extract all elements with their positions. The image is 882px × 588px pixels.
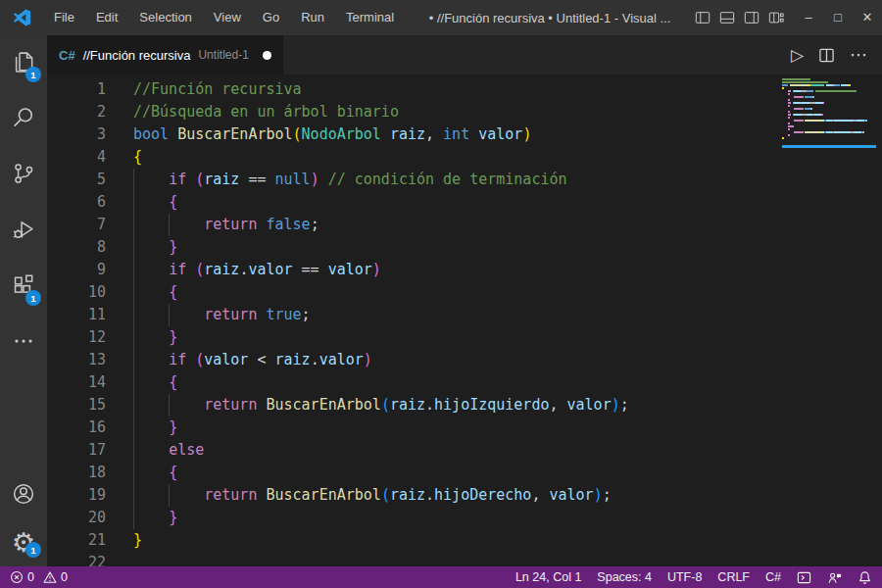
code-line[interactable]: 4{: [47, 146, 882, 169]
code-token: {: [169, 373, 177, 391]
code-line[interactable]: 14 {: [47, 371, 882, 394]
code-line[interactable]: 9 if (raiz.valor == valor): [47, 259, 882, 281]
code-token: // condición de terminación: [328, 171, 567, 188]
line-number: 14: [47, 371, 106, 394]
code-token: [133, 418, 169, 436]
code-line[interactable]: 13 if (valor < raiz.valor): [47, 349, 882, 371]
status-language-mode[interactable]: C#: [765, 570, 781, 584]
code-line[interactable]: 8 }: [47, 236, 882, 259]
code-line[interactable]: 16 }: [47, 416, 882, 439]
status-feedback[interactable]: [827, 570, 842, 585]
code-editor[interactable]: 1//Función recursiva2//Búsqueda en un ár…: [47, 74, 882, 566]
code-token: return: [204, 306, 257, 323]
code-token: BuscarEnArbol: [177, 125, 292, 143]
code-token: if: [169, 171, 186, 188]
toggle-panel-icon[interactable]: [719, 10, 735, 25]
minimap-segment: [790, 84, 809, 86]
code-line[interactable]: 7 return false;: [47, 214, 882, 236]
code-token: null: [275, 171, 311, 188]
code-line[interactable]: 22: [47, 552, 882, 566]
activity-item-search[interactable]: [0, 91, 47, 147]
code-token: valor: [567, 396, 612, 414]
line-number: 10: [47, 281, 106, 304]
code-line[interactable]: 10 {: [47, 281, 882, 304]
vscode-logo-icon: [0, 8, 43, 27]
status-eol[interactable]: CRLF: [717, 570, 750, 584]
code-token: (: [381, 486, 390, 504]
code-line[interactable]: 20 }: [47, 507, 882, 529]
activity-item-source-control[interactable]: [0, 147, 47, 203]
line-content: return BuscarEnArbol(raiz.hijoIzquierdo,…: [133, 394, 629, 416]
code-token: raiz: [204, 171, 239, 188]
code-line[interactable]: 21}: [47, 529, 882, 552]
minimap-segment: [849, 84, 851, 86]
split-editor-button[interactable]: [818, 47, 835, 64]
minimize-button[interactable]: –: [794, 0, 823, 35]
menu-run[interactable]: Run: [290, 0, 335, 35]
activity-item-explorer[interactable]: 1: [0, 35, 47, 91]
activity-item-settings[interactable]: ⚙1: [0, 519, 47, 566]
line-content: if (raiz.valor == valor): [133, 259, 381, 281]
code-token: BuscarEnArbol: [266, 486, 380, 504]
minimap-segment: [865, 120, 867, 122]
minimap-line: [782, 140, 876, 143]
menu-selection[interactable]: Selection: [128, 0, 202, 35]
code-token: <: [248, 351, 274, 368]
code-line[interactable]: 12 }: [47, 326, 882, 349]
more-icon: [11, 328, 36, 358]
line-content: {: [133, 281, 177, 304]
more-actions-button[interactable]: ⋯: [850, 46, 868, 64]
code-token: [186, 171, 195, 188]
code-token: return: [204, 486, 257, 504]
activity-item-run-debug[interactable]: [0, 203, 47, 259]
code-token: [133, 238, 169, 256]
line-content: }: [133, 507, 177, 529]
close-button[interactable]: ✕: [853, 0, 882, 35]
menu-terminal[interactable]: Terminal: [335, 0, 405, 35]
code-line[interactable]: 17 else: [47, 439, 882, 462]
code-line[interactable]: 19 return BuscarEnArbol(raiz.hijoDerecho…: [47, 484, 882, 507]
code-line[interactable]: 18 {: [47, 462, 882, 484]
menu-view[interactable]: View: [203, 0, 252, 35]
code-line[interactable]: 5 if (raiz == null) // condición de term…: [47, 169, 882, 191]
minimap-segment: [862, 131, 864, 133]
menu-file[interactable]: File: [43, 0, 85, 35]
minimap-cursor-line: [782, 145, 876, 148]
line-content: {: [133, 371, 177, 394]
code-token: ;: [603, 486, 612, 504]
minimap-segment: [805, 131, 824, 133]
menu-go[interactable]: Go: [252, 0, 290, 35]
minimap[interactable]: [782, 78, 876, 148]
error-count: 0: [27, 570, 34, 584]
toggle-sidebar-icon[interactable]: [695, 10, 710, 25]
customize-layout-icon[interactable]: [768, 10, 784, 25]
code-line[interactable]: 3bool BuscarEnArbol(NodoArbol raiz, int …: [47, 123, 882, 146]
status-cursor-position[interactable]: Ln 24, Col 1: [515, 570, 581, 584]
line-content: //Función recursiva: [133, 78, 302, 101]
indent-guide: [133, 507, 134, 529]
modified-dot-icon[interactable]: [263, 51, 271, 60]
code-line[interactable]: 2//Búsqueda en un árbol binario: [47, 101, 882, 123]
menu-edit[interactable]: Edit: [85, 0, 128, 35]
activity-item-extensions[interactable]: 1: [0, 259, 47, 315]
line-content: bool BuscarEnArbol(NodoArbol raiz, int v…: [133, 123, 531, 146]
code-line[interactable]: 6 {: [47, 191, 882, 214]
toggle-secondary-sidebar-icon[interactable]: [744, 10, 760, 25]
code-line[interactable]: 11 return true;: [47, 304, 882, 326]
status-encoding[interactable]: UTF-8: [667, 570, 702, 584]
code-line[interactable]: 1//Función recursiva: [47, 78, 882, 101]
code-line[interactable]: 15 return BuscarEnArbol(raiz.hijoIzquier…: [47, 394, 882, 416]
minimap-segment: [782, 137, 784, 139]
status-indentation[interactable]: Spaces: 4: [597, 570, 652, 584]
problems-indicator[interactable]: 0 0: [10, 570, 68, 584]
tab-funcion-recursiva[interactable]: C# //Función recursiva Untitled-1: [47, 35, 283, 74]
status-terminal-prompt[interactable]: [797, 570, 811, 585]
run-button[interactable]: ▷: [791, 47, 804, 64]
activity-item-account[interactable]: [0, 472, 47, 519]
status-notifications[interactable]: [858, 570, 872, 585]
layout-controls: [695, 10, 784, 25]
maximize-button[interactable]: □: [823, 0, 853, 35]
code-token: [133, 193, 169, 211]
error-icon: [10, 570, 24, 584]
activity-item-more[interactable]: [0, 315, 47, 370]
